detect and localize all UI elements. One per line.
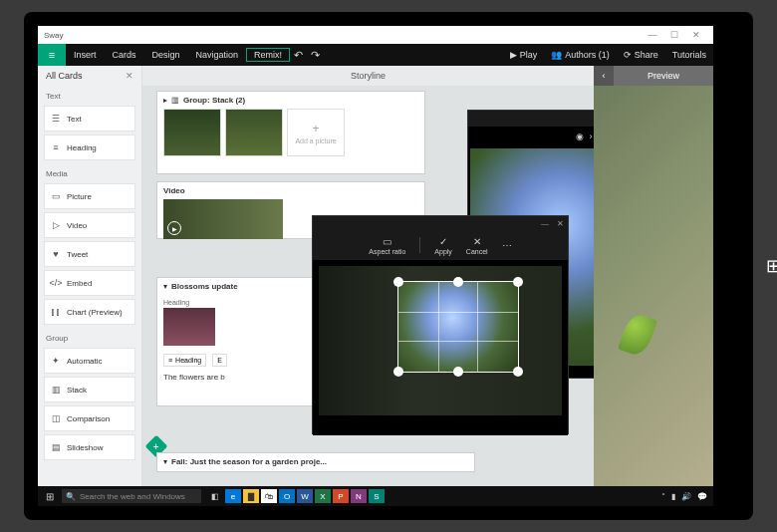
tray-volume-icon[interactable]: 🔊 — [681, 492, 691, 501]
play-button[interactable]: ▶Play — [503, 50, 545, 60]
preview-pane: ‹ Preview — [594, 66, 713, 506]
sidebar-close-icon[interactable]: ✕ — [126, 71, 133, 81]
card-type-heading[interactable]: ≡Heading — [44, 134, 135, 160]
play-overlay-icon: ▶ — [167, 221, 181, 235]
automatic-icon: ✦ — [51, 356, 61, 366]
apply-button[interactable]: ✓Apply — [434, 236, 452, 255]
stack-thumb-2[interactable] — [225, 109, 283, 156]
preview-back-button[interactable]: ‹ — [594, 66, 614, 86]
explorer-app-icon[interactable]: ▇ — [243, 489, 259, 503]
cancel-button[interactable]: ✕Cancel — [466, 236, 488, 255]
close-button[interactable]: ✕ — [685, 30, 707, 40]
heading-icon: ≡ — [51, 142, 61, 152]
crop-handle-t[interactable] — [453, 277, 463, 287]
tray-up-icon[interactable]: ˄ — [661, 492, 665, 501]
excel-app-icon[interactable]: X — [315, 489, 331, 503]
stack-card[interactable]: ▸▥Group: Stack (2) +Add a picture — [156, 91, 425, 174]
card-type-picture[interactable]: ▭Picture — [44, 183, 135, 209]
undo-button[interactable]: ↶ — [290, 49, 307, 62]
heading-icon: ≡ — [168, 357, 172, 364]
next-icon[interactable]: › — [590, 132, 593, 141]
check-icon: ✓ — [439, 236, 447, 247]
comparison-icon: ◫ — [51, 413, 61, 423]
crop-handle-b[interactable] — [453, 367, 463, 377]
minimize-button[interactable]: — — [642, 30, 663, 40]
store-app-icon[interactable]: 🛍 — [261, 489, 277, 503]
crop-editor-window: —✕ ▭Aspect ratio ✓Apply ✕Cancel ⋯ — [312, 215, 569, 434]
play-icon: ▶ — [510, 50, 517, 60]
video-thumbnail[interactable]: ▶ — [163, 199, 283, 239]
outlook-app-icon[interactable]: O — [279, 489, 295, 503]
stack-thumb-1[interactable] — [163, 109, 221, 156]
more-button[interactable]: ⋯ — [502, 240, 512, 251]
more-icon: ⋯ — [502, 240, 512, 251]
picture-icon: ▭ — [51, 191, 61, 201]
card-type-automatic[interactable]: ✦Automatic — [44, 348, 135, 374]
redo-button[interactable]: ↷ — [307, 49, 324, 62]
preview-leaf-decor — [618, 311, 657, 358]
card-type-video[interactable]: ▷Video — [44, 212, 135, 238]
stack-icon: ▥ — [51, 385, 61, 395]
share-button[interactable]: ⟳Share — [617, 50, 665, 60]
windows-hardware-button[interactable]: ⊞ — [766, 255, 777, 277]
menu-cards[interactable]: Cards — [105, 50, 144, 60]
word-app-icon[interactable]: W — [297, 489, 313, 503]
collapse-icon[interactable]: ▸ — [163, 96, 167, 105]
crop-handle-tl[interactable] — [393, 277, 403, 287]
menu-remix[interactable]: Remix! — [246, 48, 290, 62]
share-icon: ⟳ — [624, 50, 632, 60]
x-icon: ✕ — [473, 236, 481, 247]
storyline-canvas: Storyline ▸▥Group: Stack (2) +Add a pict… — [142, 66, 594, 506]
card-type-comparison[interactable]: ◫Comparison — [44, 405, 135, 431]
blossoms-thumb[interactable] — [163, 308, 215, 346]
powerpoint-app-icon[interactable]: P — [333, 489, 349, 503]
overlay-close-icon[interactable]: ✕ — [557, 219, 564, 228]
crop-handle-tr[interactable] — [513, 277, 523, 287]
card-type-slideshow[interactable]: ▤Slideshow — [44, 434, 135, 460]
camera-icon[interactable]: ◉ — [576, 132, 584, 141]
hamburger-button[interactable]: ≡ — [38, 44, 66, 66]
menu-design[interactable]: Design — [144, 50, 188, 60]
start-button[interactable]: ⊞ — [38, 491, 62, 502]
add-picture-button[interactable]: +Add a picture — [287, 109, 345, 156]
edge-app-icon[interactable]: e — [225, 489, 241, 503]
emphasis-button[interactable]: E — [212, 354, 227, 367]
chart-icon: ⫿⫿ — [51, 307, 61, 317]
slideshow-icon: ▤ — [51, 442, 61, 452]
menu-navigation[interactable]: Navigation — [188, 50, 247, 60]
crop-selection[interactable] — [398, 282, 518, 372]
card-type-chart[interactable]: ⫿⫿Chart (Preview) — [44, 299, 135, 325]
sidebar-group-group: Group — [38, 328, 141, 345]
crop-handle-br[interactable] — [513, 367, 523, 377]
card-type-tweet[interactable]: ♥Tweet — [44, 241, 135, 267]
taskbar-search[interactable]: 🔍Search the web and Windows — [62, 489, 201, 503]
aspect-ratio-button[interactable]: ▭Aspect ratio — [369, 236, 405, 255]
overlay-minimize-icon[interactable]: — — [541, 219, 549, 228]
plus-icon: + — [312, 122, 319, 135]
card-type-embed[interactable]: </>Embed — [44, 270, 135, 296]
video-icon: ▷ — [51, 220, 61, 230]
aspect-icon: ▭ — [383, 236, 391, 247]
embed-icon: </> — [51, 278, 61, 288]
tray-network-icon[interactable]: ▮ — [671, 492, 675, 501]
tutorials-button[interactable]: Tutorials — [665, 50, 713, 60]
collapse-icon[interactable]: ▾ — [163, 282, 167, 291]
tray-notifications-icon[interactable]: 💬 — [697, 492, 707, 501]
maximize-button[interactable]: ☐ — [663, 30, 685, 40]
task-view-button[interactable]: ◧ — [207, 489, 223, 503]
text-icon: ☰ — [51, 114, 61, 124]
fall-card[interactable]: ▾Fall: Just the season for a garden proj… — [156, 452, 475, 472]
card-type-text[interactable]: ☰Text — [44, 106, 135, 132]
card-type-stack[interactable]: ▥Stack — [44, 377, 135, 402]
menu-insert[interactable]: Insert — [66, 50, 105, 60]
sway-app-icon[interactable]: S — [369, 489, 385, 503]
heading-style-button[interactable]: ≡Heading — [163, 354, 206, 367]
sidebar-group-text: Text — [38, 86, 141, 103]
search-icon: 🔍 — [66, 492, 76, 501]
collapse-icon[interactable]: ▾ — [163, 457, 167, 466]
windows-taskbar: ⊞ 🔍Search the web and Windows ◧ e ▇ 🛍 O … — [38, 486, 713, 506]
cards-sidebar: All Cards ✕ Text ☰Text ≡Heading Media ▭P… — [38, 66, 142, 506]
crop-handle-bl[interactable] — [393, 367, 403, 377]
authors-button[interactable]: 👥Authors (1) — [544, 50, 617, 60]
onenote-app-icon[interactable]: N — [351, 489, 367, 503]
